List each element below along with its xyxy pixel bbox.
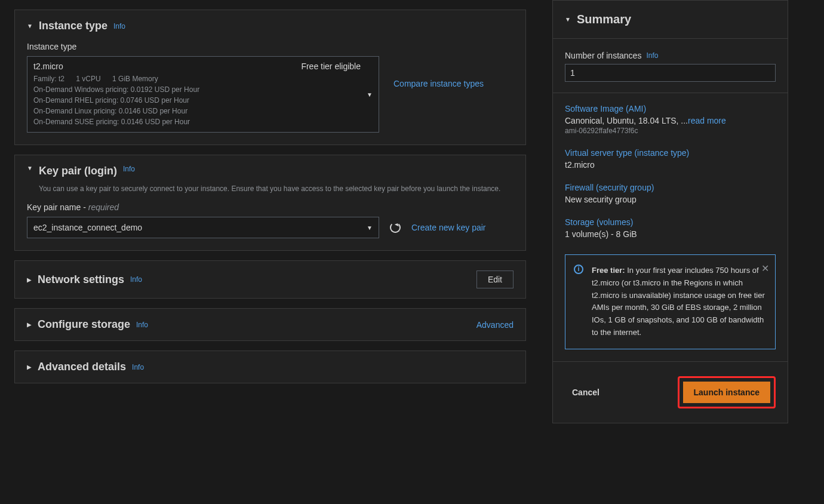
instance-type-info-link[interactable]: Info [113,22,125,30]
highlight-launch: Launch instance [678,376,776,408]
free-tier-label: Free tier: [592,266,625,275]
pricing-rhel: On-Demand RHEL pricing: 0.0746 USD per H… [33,95,361,106]
close-icon[interactable]: ✕ [761,261,769,276]
ami-id: ami-06292ffafe4773f6c [565,127,776,135]
panel-advanced-details: Advanced details Info [14,351,526,383]
instance-type-details: Family: t2 1 vCPU 1 GiB Memory On-Demand… [33,73,361,127]
firewall-title[interactable]: Firewall (security group) [565,183,776,192]
compare-instance-types-link[interactable]: Compare instance types [393,79,484,88]
instance-type-selected-name: t2.micro [33,62,63,71]
toggle-storage-icon[interactable] [27,321,32,328]
read-more-link[interactable]: read more [688,116,726,125]
num-instances-info-link[interactable]: Info [646,51,658,60]
advanced-title: Advanced details [38,361,126,373]
storage-advanced-link[interactable]: Advanced [476,320,514,330]
server-type-value: t2.micro [565,160,776,170]
key-pair-description: You can use a key pair to securely conne… [39,185,514,193]
pricing-windows: On-Demand Windows pricing: 0.0192 USD pe… [33,84,361,95]
panel-key-pair: Key pair (login) Info You can use a key … [14,155,526,251]
free-tier-info-box: i ✕ Free tier: In your first year includ… [565,254,776,349]
info-icon: i [574,265,583,274]
create-key-pair-link[interactable]: Create new key pair [411,223,486,232]
network-title: Network settings [38,273,124,286]
main-column: Instance type Info Instance type t2.micr… [0,0,540,504]
summary-sidebar: Summary Number of instances Info Softwar… [540,0,824,504]
summary-footer: Cancel Launch instance [553,361,788,423]
ami-title[interactable]: Software Image (AMI) [565,104,776,113]
key-pair-title: Key pair (login) [39,165,117,177]
panel-network-settings: Network settings Info Edit [14,260,526,299]
it-memory: 1 GiB Memory [112,75,158,83]
advanced-info-link[interactable]: Info [132,363,144,371]
storage-title: Configure storage [38,318,130,331]
edit-network-button[interactable]: Edit [476,271,514,288]
num-instances-input[interactable] [565,64,776,82]
it-family: Family: t2 [33,75,64,83]
summary-title: Summary [577,13,631,26]
chevron-down-icon: ▼ [367,225,373,231]
cancel-button[interactable]: Cancel [565,383,607,402]
instance-type-field-label: Instance type [27,42,514,51]
summary-panel: Summary Number of instances Info Softwar… [552,0,788,423]
toggle-key-pair-icon[interactable] [27,165,33,171]
network-info-link[interactable]: Info [130,275,142,284]
pricing-linux: On-Demand Linux pricing: 0.0146 USD per … [33,106,361,116]
toggle-advanced-icon[interactable] [27,364,32,370]
it-vcpu: 1 vCPU [76,75,100,83]
storage-summary-value: 1 volume(s) - 8 GiB [565,229,776,239]
key-pair-select[interactable]: ec2_instance_connect_demo ▼ [27,217,379,238]
pricing-suse: On-Demand SUSE pricing: 0.0146 USD per H… [33,116,361,127]
divider [553,93,788,93]
storage-summary-title[interactable]: Storage (volumes) [565,217,776,227]
num-instances-label: Number of instances Info [565,51,776,60]
key-pair-selected: ec2_instance_connect_demo [33,223,142,232]
chevron-down-icon: ▼ [367,91,373,98]
panel-instance-type: Instance type Info Instance type t2.micr… [14,10,526,145]
instance-type-select[interactable]: t2.micro Free tier eligible Family: t2 1… [27,56,379,133]
free-tier-badge: Free tier eligible [301,62,361,71]
storage-info-link[interactable]: Info [136,321,148,329]
instance-type-title: Instance type [39,20,107,32]
key-pair-field-label: Key pair name - required [27,202,514,212]
toggle-instance-type-icon[interactable] [27,23,33,29]
launch-instance-button[interactable]: Launch instance [683,382,770,403]
toggle-network-icon[interactable] [27,276,32,283]
refresh-icon[interactable] [390,222,401,233]
toggle-summary-icon[interactable] [565,16,571,23]
key-pair-info-link[interactable]: Info [123,165,135,173]
server-type-title[interactable]: Virtual server type (instance type) [565,148,776,158]
firewall-value: New security group [565,195,776,204]
ami-value: Canonical, Ubuntu, 18.04 LTS, ...read mo… [565,116,776,125]
free-tier-text: In your first year includes 750 hours of… [592,266,765,337]
panel-configure-storage: Configure storage Info Advanced [14,308,526,341]
